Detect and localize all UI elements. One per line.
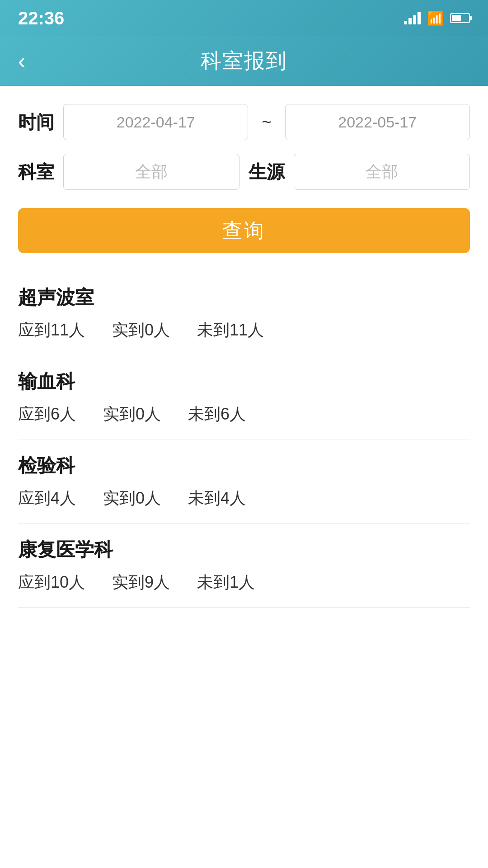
department-stats: 应到4人 实到0人 未到4人 [18,487,470,509]
date-to-input[interactable]: 2022-05-17 [285,104,470,140]
department-name: 输血科 [18,369,470,394]
stat-absent: 未到6人 [188,403,246,425]
query-button[interactable]: 查询 [18,208,470,253]
stat-should: 应到4人 [18,487,76,509]
stat-should: 应到11人 [18,319,85,341]
stat-absent: 未到11人 [197,319,264,341]
date-separator: ~ [257,113,276,132]
status-time: 22:36 [18,8,64,28]
source-select[interactable]: 全部 [294,154,470,190]
time-filter-row: 时间 2022-04-17 ~ 2022-05-17 [18,104,470,140]
battery-icon [450,13,470,23]
main-content: 时间 2022-04-17 ~ 2022-05-17 科室 全部 生源 全部 查… [0,86,488,868]
department-select[interactable]: 全部 [63,154,239,190]
stat-actual: 实到0人 [103,487,161,509]
department-label: 科室 [18,160,54,184]
stat-actual: 实到9人 [112,571,170,594]
signal-icon [404,12,421,24]
department-name: 超声波室 [18,285,470,310]
department-stats: 应到10人 实到9人 未到1人 [18,571,470,594]
source-label: 生源 [249,160,285,184]
department-name: 康复医学科 [18,537,470,562]
stat-actual: 实到0人 [103,403,161,425]
stat-absent: 未到1人 [197,571,255,594]
department-item[interactable]: 康复医学科 应到10人 实到9人 未到1人 [18,524,470,608]
department-item[interactable]: 输血科 应到6人 实到0人 未到6人 [18,355,470,439]
department-stats: 应到6人 实到0人 未到6人 [18,403,470,425]
stat-absent: 未到4人 [188,487,246,509]
status-bar: 22:36 📶 [0,0,488,36]
dept-source-filter-row: 科室 全部 生源 全部 [18,154,470,190]
department-item[interactable]: 检验科 应到4人 实到0人 未到4人 [18,439,470,524]
wifi-icon: 📶 [427,10,444,26]
stat-should: 应到10人 [18,571,85,594]
department-list: 超声波室 应到11人 实到0人 未到11人 输血科 应到6人 实到0人 未到6人… [18,271,470,608]
stat-actual: 实到0人 [112,319,170,341]
status-icons: 📶 [404,10,470,26]
department-item[interactable]: 超声波室 应到11人 实到0人 未到11人 [18,271,470,355]
time-label: 时间 [18,110,54,135]
back-button[interactable]: ‹ [18,50,25,72]
date-from-input[interactable]: 2022-04-17 [63,104,248,140]
stat-should: 应到6人 [18,403,76,425]
filter-section: 时间 2022-04-17 ~ 2022-05-17 科室 全部 生源 全部 查… [18,104,470,258]
department-stats: 应到11人 实到0人 未到11人 [18,319,470,341]
page-title: 科室报到 [201,47,287,75]
department-name: 检验科 [18,453,470,478]
header: ‹ 科室报到 [0,36,488,86]
